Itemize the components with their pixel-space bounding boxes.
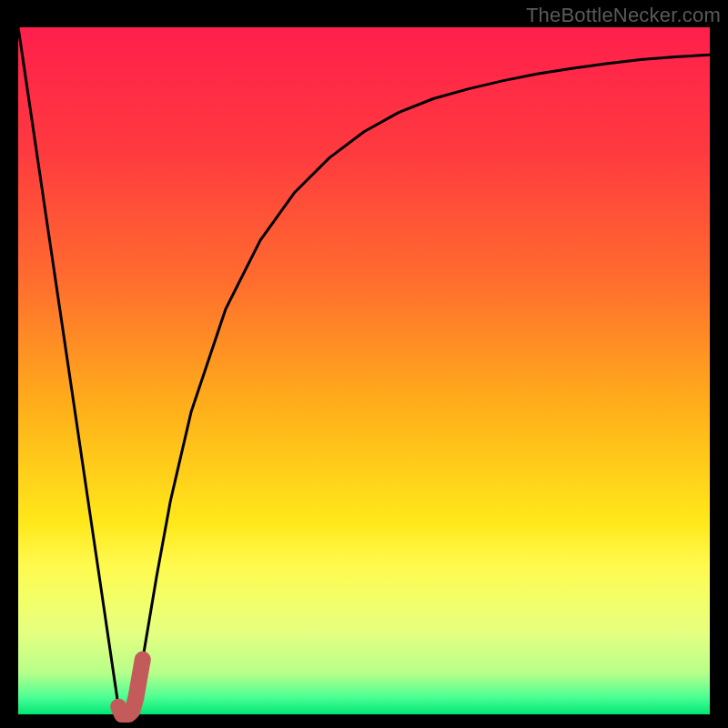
chart-svg bbox=[0, 0, 728, 728]
bottleneck-chart: TheBottleNecker.com bbox=[0, 0, 728, 728]
